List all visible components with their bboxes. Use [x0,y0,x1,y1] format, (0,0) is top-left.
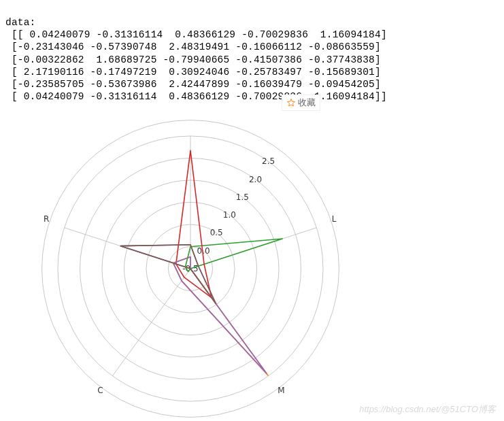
svg-text:C: C [97,386,103,395]
favorite-label: 收藏 [298,97,316,109]
svg-text:1.0: 1.0 [223,210,236,220]
data-matrix-block: data: [[ 0.04240079 -0.31316114 0.483661… [0,0,504,103]
svg-text:1.5: 1.5 [236,192,249,202]
svg-text:2.5: 2.5 [262,156,275,166]
favorite-badge[interactable]: 收藏 [282,95,320,111]
star-icon [286,98,296,107]
svg-text:0.5: 0.5 [210,228,223,237]
matrix-text: [[ 0.04240079 -0.31316114 0.48366129 -0.… [5,29,387,102]
svg-line-10 [112,269,190,376]
data-label: data: [5,17,36,28]
svg-text:R: R [44,214,49,224]
svg-text:F: F [188,119,193,121]
radar-chart: -0.50.00.51.01.52.02.5FLMCR [0,119,504,421]
svg-text:2.0: 2.0 [249,175,262,184]
svg-text:L: L [332,214,337,224]
svg-text:M: M [278,386,284,395]
